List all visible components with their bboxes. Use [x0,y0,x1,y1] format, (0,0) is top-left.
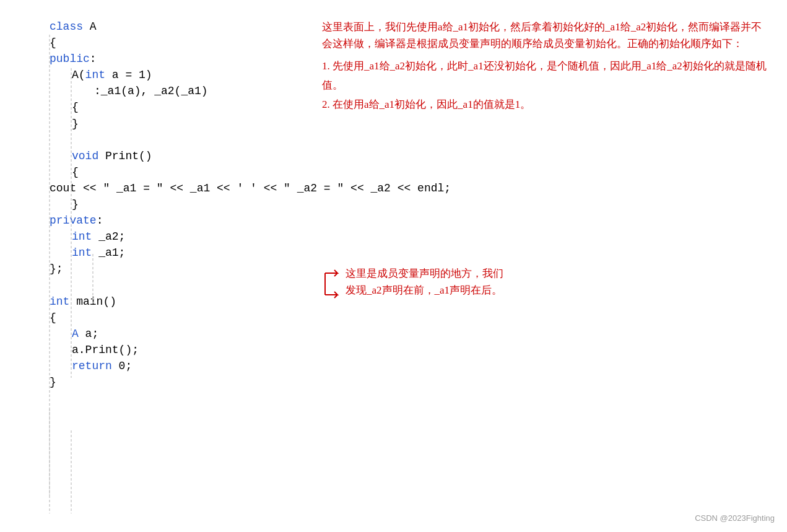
code-class-name: A [90,19,97,35]
code-line-21: a.Print(); [50,342,310,358]
code-main-fn: main() [69,294,116,310]
code-class-end: }; [50,261,63,277]
code-keyword-int-a2: int [72,229,92,245]
code-line-7: } [50,116,310,132]
code-main-brace-close: } [50,374,56,390]
code-line-23: } [50,374,310,390]
main-container: class A { public: A(int a = 1) :_a1(a), … [0,0,787,532]
code-keyword-int-main: int [50,294,69,310]
code-line-5: :_a1(a), _a2(_a1) [50,83,310,99]
code-line-8 [50,132,310,148]
code-line-1: class A [50,19,310,35]
code-colon: : [90,51,97,67]
code-access-public: public [50,51,90,67]
code-print-fn: Print() [98,148,152,164]
code-brace-open: { [50,35,56,51]
code-keyword-class: class [50,19,90,35]
footer-text: CSDN @2023Fighting [695,513,775,525]
annotation-top-text: 这里表面上，我们先使用a给_a1初始化，然后拿着初始化好的_a1给_a2初始化，… [322,19,768,52]
code-line-22: return 0; [50,358,310,374]
code-print-call: a.Print(); [72,342,139,358]
annotation-top-span: 这里表面上，我们先使用a给_a1初始化，然后拿着初始化好的_a1给_a2初始化，… [322,21,762,50]
code-line-11: cout << " _a1 = " << _a1 << ' ' << " _a2… [50,180,310,196]
code-brace-open-2: { [72,99,79,115]
code-brace-open-3: { [72,164,79,180]
code-line-19: { [50,310,310,326]
code-line-3: public: [50,51,310,67]
arrow-annotation: 这里是成员变量声明的地方，我们 发现_a2声明在前，_a1声明在后。 [322,265,503,312]
code-keyword-int-1: int [85,67,105,83]
arrow-text-line1: 这里是成员变量声明的地方，我们 [346,265,503,282]
code-access-private: private [50,212,97,229]
code-line-6: { [50,99,310,115]
annotation-list-item1: 1. 先使用_a1给_a2初始化，此时_a1还没初始化，是个随机值，因此用_a1… [322,57,768,95]
code-return-val: 0; [112,358,132,374]
code-line-16: }; [50,261,310,277]
code-line-2: { [50,35,310,51]
code-line-14: int _a2; [50,229,310,245]
code-line-20: A a; [50,326,310,342]
annotation-list-item2: 2. 在使用a给_a1初始化，因此_a1的值就是1。 [322,95,768,115]
code-main-brace-open: { [50,310,56,326]
code-param: a = 1) [105,67,152,83]
annotation-section: 这里表面上，我们先使用a给_a1初始化，然后拿着初始化好的_a1给_a2初始化，… [310,19,787,513]
code-colon-private: : [97,212,103,229]
arrow-symbol [322,264,341,312]
code-member-a1: _a1; [92,245,125,261]
code-var-a: a; [79,326,98,342]
code-keyword-int-a1: int [72,245,92,261]
code-keyword-return: return [72,358,112,374]
code-line-9: void Print() [50,148,310,164]
code-brace-close-2: } [72,116,79,132]
code-keyword-void: void [72,148,98,164]
code-line-15: int _a1; [50,245,310,261]
arrow-svg [322,264,341,307]
code-type-a: A [72,326,79,342]
arrow-annotation-text: 这里是成员变量声明的地方，我们 发现_a2声明在前，_a1声明在后。 [346,265,503,299]
code-line-17 [50,277,310,294]
code-constructor-a: A( [72,67,85,83]
code-line-4: A(int a = 1) [50,67,310,83]
code-line-10: { [50,164,310,180]
code-line-13: private: [50,212,310,229]
code-section: class A { public: A(int a = 1) :_a1(a), … [0,19,310,513]
code-brace-close-3: } [72,196,79,212]
code-member-a2: _a2; [92,229,125,245]
annotation-list: 1. 先使用_a1给_a2初始化，此时_a1还没初始化，是个随机值，因此用_a1… [322,57,768,114]
code-line-18: int main() [50,294,310,310]
code-line-12: } [50,196,310,212]
code-initializer: :_a1(a), _a2(_a1) [94,83,208,99]
arrow-text-line2: 发现_a2声明在前，_a1声明在后。 [346,282,503,299]
